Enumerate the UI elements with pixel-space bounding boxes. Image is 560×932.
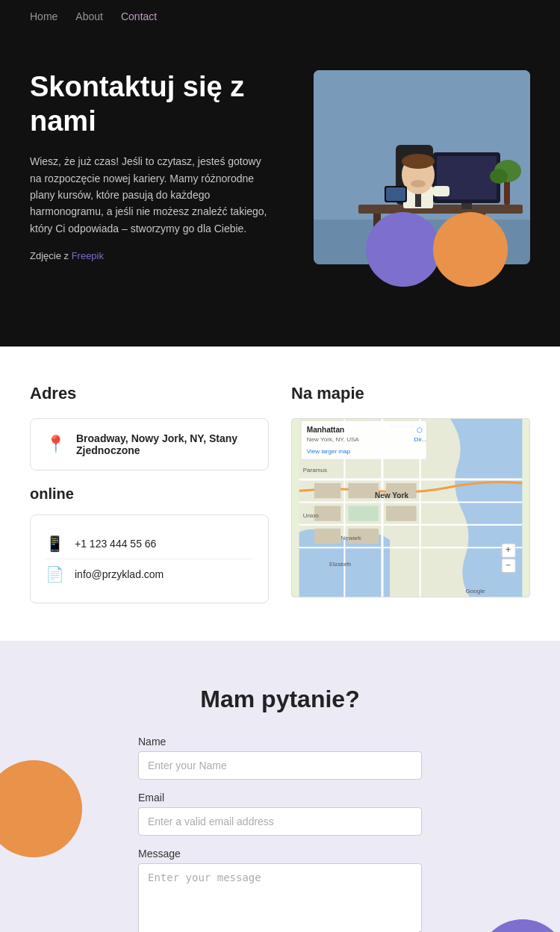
svg-rect-17: [386, 187, 405, 201]
location-icon: 📍: [46, 435, 66, 454]
svg-text:New York: New York: [375, 491, 409, 500]
map-section: Na mapie: [291, 384, 530, 603]
contact-form: Name Email Message I accept the WARUNKI …: [138, 736, 422, 932]
svg-rect-2: [358, 205, 523, 214]
email-item: 📄 info@przyklad.com: [46, 559, 253, 589]
phone-item: 📱 +1 123 444 55 66: [46, 529, 253, 559]
svg-text:Newark: Newark: [340, 535, 361, 541]
hero-orange-circle: [433, 212, 508, 287]
deco-orange-circle: [0, 760, 82, 857]
svg-text:View larger map: View larger map: [307, 448, 351, 455]
hero-section: Skontaktuj się z nami Wiesz, że już czas…: [0, 33, 560, 347]
deco-purple-circle: [478, 919, 560, 932]
svg-text:Union: Union: [303, 512, 319, 519]
nav-contact[interactable]: Contact: [121, 10, 157, 22]
hero-title: Skontaktuj się z nami: [30, 70, 269, 138]
photo-credit: Zdjęcie z Freepik: [30, 249, 269, 264]
svg-point-13: [411, 180, 426, 187]
svg-text:Paramus: Paramus: [303, 467, 327, 473]
svg-text:Dir...: Dir...: [414, 436, 427, 443]
email-input[interactable]: [138, 807, 422, 836]
message-label: Message: [138, 848, 422, 860]
address-box: 📍 Broadway, Nowy Jork, NY, Stany Zjednoc…: [30, 418, 269, 470]
address-title: Adres: [30, 384, 269, 403]
svg-point-12: [402, 154, 435, 169]
email-icon: 📄: [46, 565, 64, 583]
svg-rect-30: [348, 483, 379, 498]
svg-point-20: [490, 169, 508, 184]
svg-rect-15: [433, 186, 449, 196]
svg-text:⬡: ⬡: [417, 426, 423, 434]
svg-text:New York, NY, USA: New York, NY, USA: [307, 436, 360, 443]
nav-about[interactable]: About: [75, 10, 103, 22]
map-inner: Paramus Bloomfield Union New York Elizab…: [292, 419, 529, 597]
navigation: Home About Contact: [0, 0, 560, 33]
email-group: Email: [138, 792, 422, 836]
phone-text: +1 123 444 55 66: [75, 538, 156, 550]
svg-text:Manhattan: Manhattan: [307, 426, 345, 434]
hero-body: Wiesz, że już czas! Jeśli to czytasz, je…: [30, 153, 269, 237]
hero-text-block: Skontaktuj się z nami Wiesz, że już czas…: [30, 70, 269, 276]
map-container[interactable]: Paramus Bloomfield Union New York Elizab…: [291, 418, 530, 597]
name-label: Name: [138, 736, 422, 748]
hero-purple-circle: [366, 212, 441, 287]
email-text: info@przyklad.com: [75, 568, 164, 580]
address-text: Broadway, Nowy Jork, NY, Stany Zjednoczo…: [76, 432, 253, 456]
name-group: Name: [138, 736, 422, 780]
phone-icon: 📱: [46, 535, 64, 553]
form-title: Mam pytanie?: [30, 686, 530, 713]
svg-text:Google: Google: [465, 588, 485, 594]
map-title: Na mapie: [291, 384, 530, 403]
online-label: online: [30, 485, 269, 503]
hero-image-area: [291, 70, 530, 294]
contact-box: 📱 +1 123 444 55 66 📄 info@przyklad.com: [30, 515, 269, 603]
nav-home[interactable]: Home: [30, 10, 57, 22]
svg-rect-7: [461, 203, 472, 209]
address-map-section: Adres 📍 Broadway, Nowy Jork, NY, Stany Z…: [0, 347, 560, 641]
email-label: Email: [138, 792, 422, 804]
svg-rect-35: [314, 529, 340, 544]
name-input[interactable]: [138, 751, 422, 780]
form-section: Mam pytanie? Name Email Message I accept…: [0, 641, 560, 932]
message-group: Message: [138, 848, 422, 932]
message-input[interactable]: [138, 863, 422, 932]
svg-text:−: −: [505, 560, 511, 571]
svg-rect-34: [386, 506, 417, 521]
address-left: Adres 📍 Broadway, Nowy Jork, NY, Stany Z…: [30, 384, 269, 603]
svg-rect-29: [314, 483, 340, 498]
svg-text:Elizabeth: Elizabeth: [329, 562, 351, 568]
freepik-link[interactable]: Freepik: [72, 250, 104, 261]
svg-text:+: +: [505, 544, 511, 555]
svg-rect-33: [348, 506, 379, 521]
